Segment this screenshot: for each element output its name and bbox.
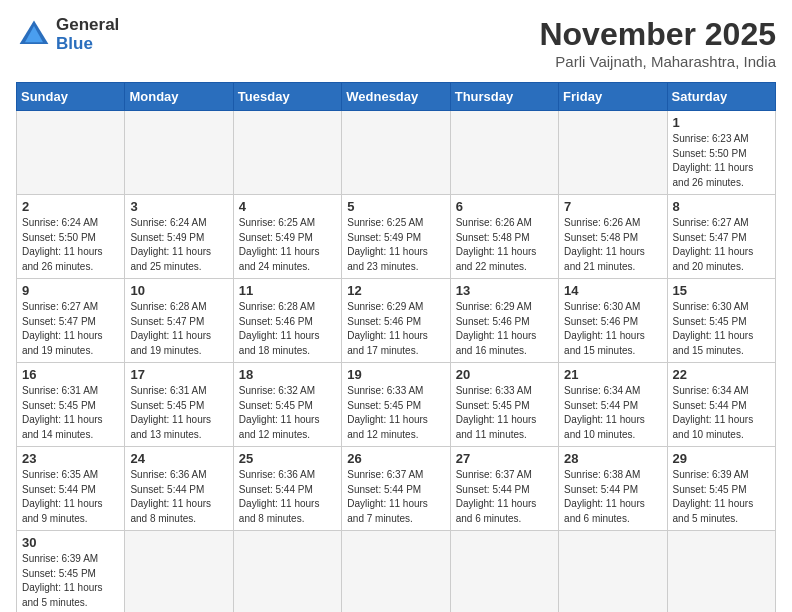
day-number: 27	[456, 451, 553, 466]
day-info: Sunrise: 6:25 AM Sunset: 5:49 PM Dayligh…	[239, 216, 336, 274]
day-info: Sunrise: 6:30 AM Sunset: 5:45 PM Dayligh…	[673, 300, 770, 358]
calendar-cell	[342, 111, 450, 195]
weekday-header-tuesday: Tuesday	[233, 83, 341, 111]
day-number: 12	[347, 283, 444, 298]
day-info: Sunrise: 6:39 AM Sunset: 5:45 PM Dayligh…	[673, 468, 770, 526]
calendar-cell: 16Sunrise: 6:31 AM Sunset: 5:45 PM Dayli…	[17, 363, 125, 447]
weekday-header-saturday: Saturday	[667, 83, 775, 111]
day-number: 19	[347, 367, 444, 382]
day-info: Sunrise: 6:31 AM Sunset: 5:45 PM Dayligh…	[130, 384, 227, 442]
day-number: 18	[239, 367, 336, 382]
day-info: Sunrise: 6:26 AM Sunset: 5:48 PM Dayligh…	[456, 216, 553, 274]
day-info: Sunrise: 6:28 AM Sunset: 5:47 PM Dayligh…	[130, 300, 227, 358]
day-info: Sunrise: 6:29 AM Sunset: 5:46 PM Dayligh…	[456, 300, 553, 358]
calendar-cell	[667, 531, 775, 613]
day-number: 9	[22, 283, 119, 298]
day-info: Sunrise: 6:31 AM Sunset: 5:45 PM Dayligh…	[22, 384, 119, 442]
day-number: 8	[673, 199, 770, 214]
calendar-table: SundayMondayTuesdayWednesdayThursdayFrid…	[16, 82, 776, 612]
weekday-header-friday: Friday	[559, 83, 667, 111]
day-number: 26	[347, 451, 444, 466]
calendar-cell: 22Sunrise: 6:34 AM Sunset: 5:44 PM Dayli…	[667, 363, 775, 447]
day-number: 21	[564, 367, 661, 382]
calendar-cell: 14Sunrise: 6:30 AM Sunset: 5:46 PM Dayli…	[559, 279, 667, 363]
day-number: 14	[564, 283, 661, 298]
week-row-3: 9Sunrise: 6:27 AM Sunset: 5:47 PM Daylig…	[17, 279, 776, 363]
day-info: Sunrise: 6:26 AM Sunset: 5:48 PM Dayligh…	[564, 216, 661, 274]
logo-text: General Blue	[56, 16, 119, 53]
calendar-cell: 13Sunrise: 6:29 AM Sunset: 5:46 PM Dayli…	[450, 279, 558, 363]
week-row-2: 2Sunrise: 6:24 AM Sunset: 5:50 PM Daylig…	[17, 195, 776, 279]
day-number: 4	[239, 199, 336, 214]
calendar-cell	[559, 111, 667, 195]
day-info: Sunrise: 6:33 AM Sunset: 5:45 PM Dayligh…	[456, 384, 553, 442]
day-number: 29	[673, 451, 770, 466]
calendar-cell: 20Sunrise: 6:33 AM Sunset: 5:45 PM Dayli…	[450, 363, 558, 447]
day-info: Sunrise: 6:24 AM Sunset: 5:50 PM Dayligh…	[22, 216, 119, 274]
calendar-cell	[125, 531, 233, 613]
weekday-header-sunday: Sunday	[17, 83, 125, 111]
calendar-cell: 4Sunrise: 6:25 AM Sunset: 5:49 PM Daylig…	[233, 195, 341, 279]
calendar-cell: 25Sunrise: 6:36 AM Sunset: 5:44 PM Dayli…	[233, 447, 341, 531]
day-number: 3	[130, 199, 227, 214]
day-number: 2	[22, 199, 119, 214]
day-info: Sunrise: 6:27 AM Sunset: 5:47 PM Dayligh…	[673, 216, 770, 274]
calendar-cell: 7Sunrise: 6:26 AM Sunset: 5:48 PM Daylig…	[559, 195, 667, 279]
day-number: 25	[239, 451, 336, 466]
calendar-cell: 2Sunrise: 6:24 AM Sunset: 5:50 PM Daylig…	[17, 195, 125, 279]
calendar-cell: 15Sunrise: 6:30 AM Sunset: 5:45 PM Dayli…	[667, 279, 775, 363]
day-number: 22	[673, 367, 770, 382]
day-info: Sunrise: 6:23 AM Sunset: 5:50 PM Dayligh…	[673, 132, 770, 190]
calendar-cell: 19Sunrise: 6:33 AM Sunset: 5:45 PM Dayli…	[342, 363, 450, 447]
day-info: Sunrise: 6:34 AM Sunset: 5:44 PM Dayligh…	[673, 384, 770, 442]
day-info: Sunrise: 6:37 AM Sunset: 5:44 PM Dayligh…	[347, 468, 444, 526]
calendar-cell: 8Sunrise: 6:27 AM Sunset: 5:47 PM Daylig…	[667, 195, 775, 279]
day-number: 16	[22, 367, 119, 382]
calendar-cell: 6Sunrise: 6:26 AM Sunset: 5:48 PM Daylig…	[450, 195, 558, 279]
day-number: 17	[130, 367, 227, 382]
day-number: 6	[456, 199, 553, 214]
day-number: 1	[673, 115, 770, 130]
day-info: Sunrise: 6:36 AM Sunset: 5:44 PM Dayligh…	[239, 468, 336, 526]
calendar-cell	[450, 111, 558, 195]
day-info: Sunrise: 6:38 AM Sunset: 5:44 PM Dayligh…	[564, 468, 661, 526]
weekday-header-wednesday: Wednesday	[342, 83, 450, 111]
weekday-header-row: SundayMondayTuesdayWednesdayThursdayFrid…	[17, 83, 776, 111]
day-number: 24	[130, 451, 227, 466]
day-number: 23	[22, 451, 119, 466]
day-info: Sunrise: 6:37 AM Sunset: 5:44 PM Dayligh…	[456, 468, 553, 526]
day-info: Sunrise: 6:25 AM Sunset: 5:49 PM Dayligh…	[347, 216, 444, 274]
calendar-cell: 28Sunrise: 6:38 AM Sunset: 5:44 PM Dayli…	[559, 447, 667, 531]
calendar-cell: 3Sunrise: 6:24 AM Sunset: 5:49 PM Daylig…	[125, 195, 233, 279]
week-row-6: 30Sunrise: 6:39 AM Sunset: 5:45 PM Dayli…	[17, 531, 776, 613]
calendar-cell: 17Sunrise: 6:31 AM Sunset: 5:45 PM Dayli…	[125, 363, 233, 447]
calendar-cell	[233, 531, 341, 613]
day-info: Sunrise: 6:32 AM Sunset: 5:45 PM Dayligh…	[239, 384, 336, 442]
month-title: November 2025	[539, 16, 776, 53]
day-number: 30	[22, 535, 119, 550]
calendar-cell: 10Sunrise: 6:28 AM Sunset: 5:47 PM Dayli…	[125, 279, 233, 363]
logo-line2: Blue	[56, 35, 119, 54]
title-block: November 2025 Parli Vaijnath, Maharashtr…	[539, 16, 776, 70]
week-row-5: 23Sunrise: 6:35 AM Sunset: 5:44 PM Dayli…	[17, 447, 776, 531]
weekday-header-monday: Monday	[125, 83, 233, 111]
calendar-cell	[342, 531, 450, 613]
week-row-4: 16Sunrise: 6:31 AM Sunset: 5:45 PM Dayli…	[17, 363, 776, 447]
calendar-cell	[125, 111, 233, 195]
day-info: Sunrise: 6:36 AM Sunset: 5:44 PM Dayligh…	[130, 468, 227, 526]
day-number: 20	[456, 367, 553, 382]
day-info: Sunrise: 6:39 AM Sunset: 5:45 PM Dayligh…	[22, 552, 119, 610]
logo: General Blue	[16, 16, 119, 53]
day-info: Sunrise: 6:35 AM Sunset: 5:44 PM Dayligh…	[22, 468, 119, 526]
calendar-cell: 27Sunrise: 6:37 AM Sunset: 5:44 PM Dayli…	[450, 447, 558, 531]
weekday-header-thursday: Thursday	[450, 83, 558, 111]
day-info: Sunrise: 6:24 AM Sunset: 5:49 PM Dayligh…	[130, 216, 227, 274]
logo-icon	[16, 17, 52, 53]
calendar-cell: 23Sunrise: 6:35 AM Sunset: 5:44 PM Dayli…	[17, 447, 125, 531]
location-title: Parli Vaijnath, Maharashtra, India	[539, 53, 776, 70]
week-row-1: 1Sunrise: 6:23 AM Sunset: 5:50 PM Daylig…	[17, 111, 776, 195]
calendar-cell: 5Sunrise: 6:25 AM Sunset: 5:49 PM Daylig…	[342, 195, 450, 279]
day-info: Sunrise: 6:33 AM Sunset: 5:45 PM Dayligh…	[347, 384, 444, 442]
calendar-cell	[17, 111, 125, 195]
day-info: Sunrise: 6:29 AM Sunset: 5:46 PM Dayligh…	[347, 300, 444, 358]
